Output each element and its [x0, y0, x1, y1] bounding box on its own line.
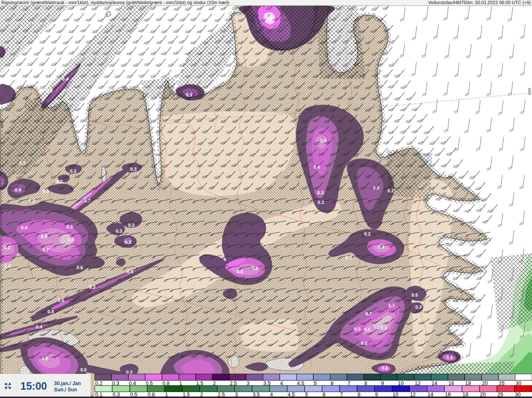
svg-text:25: 25	[498, 392, 503, 398]
svg-text:18: 18	[465, 381, 471, 386]
svg-text:1: 1	[179, 381, 182, 386]
svg-text:4: 4	[270, 392, 273, 398]
svg-text:0.7: 0.7	[42, 247, 49, 252]
svg-text:0.7: 0.7	[365, 311, 372, 316]
svg-text:Sun./ Sun: Sun./ Sun	[54, 387, 77, 393]
svg-text:3.5: 3.5	[264, 381, 271, 386]
svg-text:0.3: 0.3	[373, 185, 379, 190]
svg-text:0.9: 0.9	[41, 234, 47, 239]
svg-text:0.6: 0.6	[76, 265, 83, 270]
svg-text:30.jan./ Jan: 30.jan./ Jan	[54, 381, 81, 386]
svg-text:0.3: 0.3	[130, 167, 136, 172]
svg-text:0.4: 0.4	[313, 165, 320, 170]
svg-text:6: 6	[323, 392, 325, 398]
svg-text:1.3: 1.3	[4, 245, 10, 250]
svg-text:0.5: 0.5	[80, 367, 86, 372]
svg-text:0.4: 0.4	[127, 269, 133, 274]
svg-text:12: 12	[415, 381, 421, 386]
svg-text:16: 16	[448, 381, 454, 386]
svg-text:25: 25	[499, 381, 505, 386]
svg-text:0.8: 0.8	[163, 381, 170, 386]
svg-text:0.3: 0.3	[317, 190, 323, 195]
svg-text:0.4: 0.4	[129, 381, 136, 386]
svg-text:1: 1	[165, 392, 168, 398]
svg-text:0.5: 0.5	[411, 292, 418, 297]
svg-text:0.2: 0.2	[95, 381, 102, 386]
svg-text:14: 14	[431, 381, 437, 386]
svg-text:7: 7	[340, 392, 343, 398]
svg-text:0.5: 0.5	[354, 327, 360, 332]
svg-text:4: 4	[280, 381, 283, 386]
svg-text:0.3: 0.3	[361, 341, 367, 346]
svg-text:0.3: 0.3	[415, 305, 421, 310]
svg-text:0.3: 0.3	[125, 240, 131, 245]
svg-text:8: 8	[364, 381, 367, 386]
svg-text:18: 18	[463, 392, 468, 398]
svg-text:0.3: 0.3	[89, 285, 95, 290]
svg-text:0.5: 0.5	[364, 327, 370, 332]
svg-text:1.0: 1.0	[68, 237, 74, 242]
svg-text:15:00: 15:00	[20, 380, 47, 392]
svg-text:6: 6	[331, 381, 334, 386]
svg-text:Rigning/skúrir (grænt/blátt/ra: Rigning/skúrir (grænt/blátt/rautt - mm/1…	[1, 0, 229, 5]
svg-text:1.7: 1.7	[84, 198, 90, 203]
svg-text:0.2: 0.2	[387, 188, 394, 193]
svg-text:30: 30	[516, 381, 522, 386]
svg-text:0.3: 0.3	[112, 381, 119, 386]
svg-text:2: 2	[213, 381, 216, 386]
svg-text:2.5: 2.5	[230, 381, 237, 386]
svg-text:5: 5	[314, 381, 317, 386]
svg-text:0.5: 0.5	[236, 269, 243, 274]
svg-text:0.4: 0.4	[47, 309, 54, 314]
svg-text:0.3: 0.3	[46, 88, 52, 93]
svg-text:0.3: 0.3	[128, 223, 134, 228]
svg-text:12: 12	[410, 392, 416, 398]
svg-text:20: 20	[480, 392, 486, 398]
svg-text:0.4: 0.4	[15, 187, 21, 192]
svg-text:9: 9	[375, 392, 378, 398]
svg-text:66N: 66N	[0, 121, 4, 128]
svg-text:0.6: 0.6	[446, 355, 453, 360]
svg-text:0.5: 0.5	[130, 392, 137, 398]
svg-text:4.5: 4.5	[297, 381, 304, 386]
svg-text:3: 3	[235, 392, 238, 398]
svg-text:4.5: 4.5	[288, 392, 295, 398]
svg-text:14: 14	[428, 392, 433, 398]
svg-text:9: 9	[381, 381, 384, 386]
svg-text:0.3: 0.3	[116, 228, 122, 233]
svg-text:0.3: 0.3	[42, 189, 49, 194]
svg-text:0.3: 0.3	[186, 92, 192, 97]
svg-text:0.2: 0.2	[364, 231, 370, 236]
svg-text:20: 20	[482, 381, 488, 386]
svg-text:0.4: 0.4	[36, 324, 42, 329]
svg-text:0.3: 0.3	[70, 169, 76, 174]
svg-text:1.5: 1.5	[196, 381, 203, 386]
svg-text:1.0: 1.0	[381, 326, 387, 331]
svg-text:1.0: 1.0	[42, 356, 48, 361]
svg-text:0.5: 0.5	[145, 381, 153, 386]
svg-text:0.5: 0.5	[58, 298, 64, 303]
svg-text:2: 2	[200, 392, 203, 398]
svg-text:0.1: 0.1	[95, 392, 102, 398]
svg-text:0.3: 0.3	[113, 392, 120, 398]
svg-text:2.5: 2.5	[218, 392, 225, 398]
svg-text:0.4: 0.4	[62, 76, 69, 81]
svg-text:0.5: 0.5	[66, 224, 73, 229]
svg-text:7: 7	[347, 381, 350, 386]
svg-text:1.7: 1.7	[388, 303, 394, 308]
svg-text:10: 10	[398, 381, 404, 386]
svg-text:8: 8	[357, 392, 360, 398]
svg-text:0.6: 0.6	[382, 366, 388, 371]
svg-text:16: 16	[445, 392, 451, 398]
svg-text:0.5: 0.5	[320, 138, 326, 143]
svg-text:0.3: 0.3	[28, 198, 34, 203]
svg-text:0.4: 0.4	[378, 245, 384, 250]
svg-text:10: 10	[392, 392, 398, 398]
svg-text:3.5: 3.5	[253, 392, 260, 398]
svg-text:0.5: 0.5	[266, 16, 272, 21]
svg-text:1.5: 1.5	[182, 392, 190, 398]
svg-text:0.8: 0.8	[148, 392, 155, 398]
svg-text:0.2: 0.2	[19, 160, 25, 165]
svg-text:66N: 66N	[527, 88, 532, 95]
svg-text:0.2: 0.2	[56, 179, 62, 184]
